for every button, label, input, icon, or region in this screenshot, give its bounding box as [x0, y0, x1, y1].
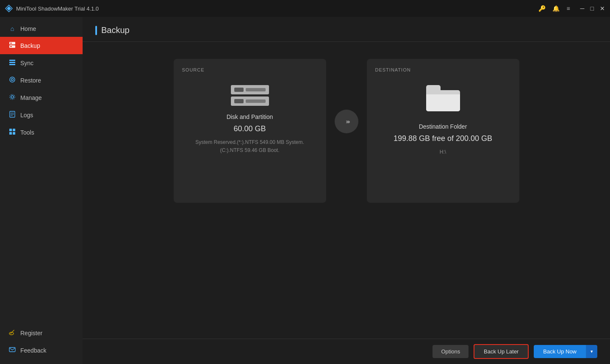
source-icon-area	[231, 85, 269, 106]
sidebar-label-manage: Manage	[20, 94, 42, 101]
svg-point-9	[10, 77, 15, 82]
sidebar-item-register[interactable]: Register	[0, 324, 83, 342]
logs-icon	[8, 111, 16, 119]
home-icon: ⌂	[8, 25, 16, 32]
bell-icon[interactable]: 🔔	[552, 5, 560, 12]
key-icon[interactable]: 🔑	[538, 5, 546, 12]
destination-free-space: 199.88 GB free of 200.00 GB	[394, 134, 492, 143]
disk-icon	[231, 85, 269, 106]
svg-point-12	[10, 94, 15, 99]
source-desc: System Reserved.(*:).NTFS 549.00 MB Syst…	[195, 138, 304, 154]
sidebar: ⌂ Home Backup Sync	[0, 17, 83, 364]
sidebar-label-home: Home	[20, 25, 36, 32]
sidebar-item-backup[interactable]: Backup	[0, 37, 83, 54]
destination-panel[interactable]: DESTINATION Destination Folder 199.88 GB…	[367, 59, 519, 203]
backup-icon	[8, 41, 16, 50]
folder-icon	[426, 85, 460, 111]
arrow-connector: ›››	[326, 110, 367, 133]
menu-icon[interactable]: ≡	[566, 5, 570, 12]
svg-rect-4	[10, 43, 12, 44]
sidebar-label-restore: Restore	[20, 77, 41, 84]
arrow-icon: ›››	[335, 110, 358, 133]
sidebar-item-logs[interactable]: Logs	[0, 106, 83, 124]
options-button[interactable]: Options	[433, 345, 469, 358]
sidebar-label-sync: Sync	[20, 60, 33, 66]
maximize-button[interactable]: □	[591, 5, 594, 12]
minimize-button[interactable]: ─	[580, 5, 585, 12]
sidebar-item-restore[interactable]: Restore	[0, 72, 83, 89]
sidebar-item-tools[interactable]: Tools	[0, 124, 83, 141]
svg-rect-18	[13, 129, 15, 131]
page-header: Backup	[83, 17, 610, 42]
source-name: Disk and Partition	[227, 113, 273, 120]
destination-icon-area	[426, 85, 460, 111]
sync-icon	[8, 59, 16, 67]
svg-rect-22	[9, 347, 15, 352]
register-icon	[8, 329, 16, 337]
svg-rect-7	[9, 62, 15, 63]
svg-rect-20	[13, 132, 15, 135]
backup-panels: SOURCE Disk and Partition 60.00 GB Syste…	[83, 42, 610, 339]
page-title: Backup	[101, 25, 130, 35]
title-bar: MiniTool ShadowMaker Trial 4.1.0 🔑 🔔 ≡ ─…	[0, 0, 610, 17]
tools-icon	[8, 128, 16, 136]
destination-name: Destination Folder	[419, 123, 467, 130]
back-up-later-button[interactable]: Back Up Later	[474, 344, 529, 359]
svg-rect-6	[9, 60, 15, 61]
svg-rect-8	[9, 64, 15, 65]
manage-icon	[8, 94, 16, 102]
feedback-icon	[8, 346, 16, 354]
restore-icon	[8, 76, 16, 84]
sidebar-label-tools: Tools	[20, 129, 34, 136]
back-up-now-dropdown-button[interactable]: ▾	[586, 345, 597, 358]
close-button[interactable]: ✕	[600, 5, 605, 12]
destination-label: DESTINATION	[375, 67, 411, 72]
svg-rect-17	[9, 129, 12, 131]
svg-point-11	[11, 96, 14, 98]
source-label: SOURCE	[182, 67, 205, 72]
header-accent-bar	[95, 26, 97, 35]
svg-rect-19	[9, 132, 12, 135]
source-size: 60.00 GB	[233, 124, 266, 133]
sidebar-item-sync[interactable]: Sync	[0, 54, 83, 72]
source-panel[interactable]: SOURCE Disk and Partition 60.00 GB Syste…	[174, 59, 326, 203]
sidebar-label-backup: Backup	[20, 42, 40, 49]
sidebar-item-home[interactable]: ⌂ Home	[0, 20, 83, 37]
sidebar-label-register: Register	[20, 330, 42, 336]
svg-point-10	[11, 79, 14, 81]
sidebar-item-manage[interactable]: Manage	[0, 89, 83, 106]
sidebar-label-logs: Logs	[20, 112, 33, 119]
svg-rect-5	[10, 46, 12, 47]
app-logo-icon	[5, 5, 13, 12]
app-title: MiniTool ShadowMaker Trial 4.1.0	[16, 6, 99, 12]
content-area: Backup SOURCE Disk and Partition 60.00 G…	[83, 17, 610, 364]
destination-path: H:\	[440, 148, 446, 156]
sidebar-item-feedback[interactable]: Feedback	[0, 342, 83, 359]
back-up-now-button[interactable]: Back Up Now	[534, 345, 586, 358]
bottom-action-bar: Options Back Up Later Back Up Now ▾	[83, 339, 610, 364]
sidebar-label-feedback: Feedback	[20, 347, 46, 354]
back-up-now-wrap: Back Up Now ▾	[534, 345, 597, 358]
